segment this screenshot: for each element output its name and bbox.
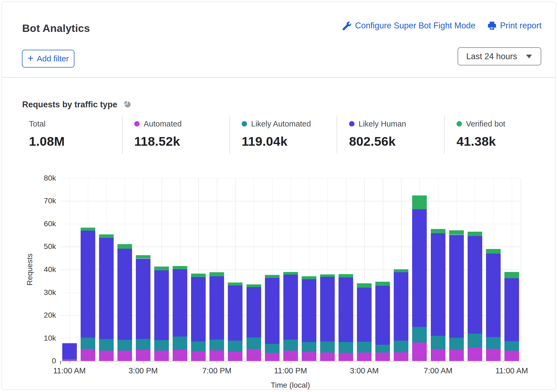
bar-segment-automated[interactable] <box>412 343 427 361</box>
bar-segment-likely-human[interactable] <box>357 288 372 342</box>
bar-segment-automated[interactable] <box>209 350 224 361</box>
bar-segment-verified-bot[interactable] <box>394 269 408 273</box>
bar-segment-likely-automated[interactable] <box>228 341 242 352</box>
bar-segment-likely-human[interactable] <box>320 277 335 341</box>
bar-segment-likely-automated[interactable] <box>486 337 501 349</box>
bar-segment-likely-automated[interactable] <box>394 341 408 352</box>
bar-segment-likely-automated[interactable] <box>247 337 261 349</box>
bar-segment-automated[interactable] <box>283 351 298 361</box>
bar-segment-verified-bot[interactable] <box>62 343 77 344</box>
bar-segment-automated[interactable] <box>339 353 353 361</box>
bar-segment-likely-automated[interactable] <box>117 340 132 351</box>
bar-segment-verified-bot[interactable] <box>412 195 427 209</box>
bar-segment-likely-automated[interactable] <box>62 359 77 360</box>
bar-segment-likely-human[interactable] <box>486 254 501 337</box>
bar-segment-likely-automated[interactable] <box>191 341 206 351</box>
bar-segment-likely-human[interactable] <box>394 272 408 341</box>
bar-segment-likely-human[interactable] <box>302 279 316 342</box>
bar-segment-automated[interactable] <box>173 350 187 361</box>
bar-segment-automated[interactable] <box>468 347 482 361</box>
bar-segment-likely-human[interactable] <box>117 249 132 340</box>
bar-segment-likely-automated[interactable] <box>320 341 335 353</box>
bar-segment-automated[interactable] <box>191 351 206 361</box>
bar-segment-verified-bot[interactable] <box>339 274 353 277</box>
bar-segment-verified-bot[interactable] <box>117 244 132 249</box>
bar-segment-likely-human[interactable] <box>191 277 206 341</box>
bar-segment-likely-human[interactable] <box>339 277 353 342</box>
bar-segment-likely-automated[interactable] <box>412 327 427 343</box>
bar-segment-automated[interactable] <box>136 350 150 361</box>
bar-segment-automated[interactable] <box>375 353 390 361</box>
bar-segment-likely-human[interactable] <box>449 235 464 338</box>
bar-segment-verified-bot[interactable] <box>191 274 206 277</box>
bar-segment-verified-bot[interactable] <box>302 276 316 279</box>
configure-super-bot-fight-mode-link[interactable]: Configure Super Bot Fight Mode <box>343 21 475 31</box>
print-report-link[interactable]: Print report <box>487 21 541 31</box>
bar-segment-likely-automated[interactable] <box>504 341 519 351</box>
bar-segment-likely-automated[interactable] <box>431 336 445 349</box>
bar-segment-verified-bot[interactable] <box>375 282 390 286</box>
bar-segment-verified-bot[interactable] <box>283 272 298 275</box>
bar-segment-verified-bot[interactable] <box>357 283 372 288</box>
bar-segment-likely-automated[interactable] <box>154 340 169 351</box>
bar-segment-verified-bot[interactable] <box>228 283 242 285</box>
bar-segment-verified-bot[interactable] <box>81 228 95 231</box>
bar-segment-likely-human[interactable] <box>62 344 77 359</box>
bar-segment-likely-human[interactable] <box>154 270 169 340</box>
bar-segment-verified-bot[interactable] <box>209 272 224 276</box>
bar-segment-automated[interactable] <box>449 350 464 361</box>
bar-segment-likely-human[interactable] <box>136 259 150 339</box>
bar-segment-automated[interactable] <box>265 353 280 361</box>
bar-segment-automated[interactable] <box>81 349 95 361</box>
bar-segment-likely-human[interactable] <box>81 231 95 338</box>
bar-segment-verified-bot[interactable] <box>449 230 464 235</box>
bar-segment-likely-automated[interactable] <box>339 342 353 353</box>
bar-segment-likely-human[interactable] <box>209 276 224 340</box>
bar-segment-verified-bot[interactable] <box>265 275 280 278</box>
bar-segment-verified-bot[interactable] <box>247 284 261 287</box>
bar-segment-verified-bot[interactable] <box>173 266 187 270</box>
bar-segment-verified-bot[interactable] <box>486 249 501 254</box>
bar-segment-likely-human[interactable] <box>173 269 187 337</box>
bar-segment-likely-automated[interactable] <box>173 337 187 350</box>
bar-segment-automated[interactable] <box>320 353 335 361</box>
bar-segment-likely-human[interactable] <box>247 287 261 337</box>
bar-segment-likely-automated[interactable] <box>99 339 114 350</box>
bar-segment-likely-human[interactable] <box>504 278 519 341</box>
bar-segment-likely-automated[interactable] <box>375 345 390 353</box>
bar-segment-likely-human[interactable] <box>99 238 114 339</box>
bar-segment-likely-human[interactable] <box>375 286 390 344</box>
bar-segment-verified-bot[interactable] <box>320 274 335 277</box>
bar-segment-likely-automated[interactable] <box>136 339 150 350</box>
bar-segment-automated[interactable] <box>117 351 132 361</box>
bar-segment-likely-automated[interactable] <box>449 338 464 350</box>
bar-segment-likely-automated[interactable] <box>357 342 372 353</box>
bar-segment-likely-automated[interactable] <box>468 334 482 347</box>
bar-segment-automated[interactable] <box>154 351 169 361</box>
bar-segment-automated[interactable] <box>431 349 445 361</box>
bar-segment-verified-bot[interactable] <box>154 267 169 270</box>
bar-segment-likely-human[interactable] <box>412 209 427 327</box>
bar-segment-likely-automated[interactable] <box>302 342 316 352</box>
bar-segment-verified-bot[interactable] <box>504 272 519 278</box>
bar-segment-likely-automated[interactable] <box>265 344 280 353</box>
bar-segment-verified-bot[interactable] <box>468 232 482 236</box>
bar-segment-automated[interactable] <box>394 352 408 361</box>
bar-segment-likely-automated[interactable] <box>283 340 298 351</box>
bar-segment-automated[interactable] <box>302 352 316 361</box>
bar-segment-automated[interactable] <box>504 351 519 361</box>
time-range-select[interactable]: Last 24 hours <box>458 47 541 65</box>
bar-segment-verified-bot[interactable] <box>99 234 114 238</box>
bar-segment-automated[interactable] <box>99 351 114 361</box>
bar-segment-likely-automated[interactable] <box>81 338 95 349</box>
bar-segment-automated[interactable] <box>228 352 242 361</box>
bar-segment-likely-human[interactable] <box>283 275 298 340</box>
bar-segment-likely-automated[interactable] <box>209 340 224 350</box>
bar-segment-likely-human[interactable] <box>468 236 482 334</box>
bar-segment-automated[interactable] <box>486 349 501 361</box>
bar-segment-automated[interactable] <box>247 349 261 361</box>
bar-segment-likely-human[interactable] <box>228 285 242 341</box>
add-filter-button[interactable]: + Add filter <box>22 50 74 68</box>
bar-segment-verified-bot[interactable] <box>431 229 445 234</box>
bar-segment-verified-bot[interactable] <box>136 255 150 259</box>
